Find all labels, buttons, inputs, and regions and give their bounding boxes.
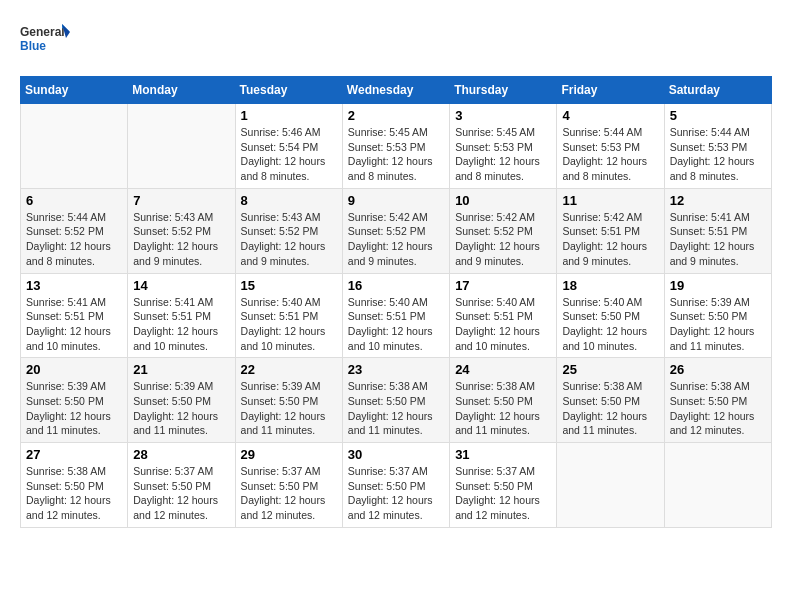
sunset-label: Sunset: 5:50 PM bbox=[241, 480, 319, 492]
day-number: 14 bbox=[133, 278, 229, 293]
calendar-cell: 14 Sunrise: 5:41 AM Sunset: 5:51 PM Dayl… bbox=[128, 273, 235, 358]
sunrise-label: Sunrise: 5:40 AM bbox=[455, 296, 535, 308]
daylight-label: Daylight: 12 hours and 12 minutes. bbox=[670, 410, 755, 437]
calendar-cell: 20 Sunrise: 5:39 AM Sunset: 5:50 PM Dayl… bbox=[21, 358, 128, 443]
day-number: 18 bbox=[562, 278, 658, 293]
sunrise-label: Sunrise: 5:39 AM bbox=[133, 380, 213, 392]
svg-text:Blue: Blue bbox=[20, 39, 46, 53]
daylight-label: Daylight: 12 hours and 9 minutes. bbox=[133, 240, 218, 267]
sunrise-label: Sunrise: 5:42 AM bbox=[562, 211, 642, 223]
day-number: 8 bbox=[241, 193, 337, 208]
sunset-label: Sunset: 5:50 PM bbox=[455, 395, 533, 407]
daylight-label: Daylight: 12 hours and 8 minutes. bbox=[562, 155, 647, 182]
calendar-cell: 27 Sunrise: 5:38 AM Sunset: 5:50 PM Dayl… bbox=[21, 443, 128, 528]
weekday-header: Sunday bbox=[21, 77, 128, 104]
calendar-cell: 7 Sunrise: 5:43 AM Sunset: 5:52 PM Dayli… bbox=[128, 188, 235, 273]
sunrise-label: Sunrise: 5:38 AM bbox=[26, 465, 106, 477]
day-info: Sunrise: 5:37 AM Sunset: 5:50 PM Dayligh… bbox=[133, 464, 229, 523]
svg-text:General: General bbox=[20, 25, 65, 39]
calendar-week-row: 27 Sunrise: 5:38 AM Sunset: 5:50 PM Dayl… bbox=[21, 443, 772, 528]
sunset-label: Sunset: 5:50 PM bbox=[241, 395, 319, 407]
daylight-label: Daylight: 12 hours and 12 minutes. bbox=[455, 494, 540, 521]
day-number: 21 bbox=[133, 362, 229, 377]
logo: General Blue bbox=[20, 20, 70, 60]
daylight-label: Daylight: 12 hours and 11 minutes. bbox=[455, 410, 540, 437]
sunset-label: Sunset: 5:53 PM bbox=[348, 141, 426, 153]
calendar-cell: 18 Sunrise: 5:40 AM Sunset: 5:50 PM Dayl… bbox=[557, 273, 664, 358]
daylight-label: Daylight: 12 hours and 9 minutes. bbox=[455, 240, 540, 267]
weekday-header: Thursday bbox=[450, 77, 557, 104]
day-info: Sunrise: 5:39 AM Sunset: 5:50 PM Dayligh… bbox=[26, 379, 122, 438]
sunrise-label: Sunrise: 5:44 AM bbox=[26, 211, 106, 223]
sunrise-label: Sunrise: 5:43 AM bbox=[241, 211, 321, 223]
weekday-header: Monday bbox=[128, 77, 235, 104]
sunset-label: Sunset: 5:50 PM bbox=[562, 395, 640, 407]
weekday-header: Wednesday bbox=[342, 77, 449, 104]
day-info: Sunrise: 5:37 AM Sunset: 5:50 PM Dayligh… bbox=[348, 464, 444, 523]
sunrise-label: Sunrise: 5:45 AM bbox=[348, 126, 428, 138]
day-number: 2 bbox=[348, 108, 444, 123]
day-number: 6 bbox=[26, 193, 122, 208]
day-number: 20 bbox=[26, 362, 122, 377]
daylight-label: Daylight: 12 hours and 12 minutes. bbox=[133, 494, 218, 521]
sunrise-label: Sunrise: 5:44 AM bbox=[670, 126, 750, 138]
day-info: Sunrise: 5:38 AM Sunset: 5:50 PM Dayligh… bbox=[455, 379, 551, 438]
calendar-cell: 4 Sunrise: 5:44 AM Sunset: 5:53 PM Dayli… bbox=[557, 104, 664, 189]
calendar-cell: 1 Sunrise: 5:46 AM Sunset: 5:54 PM Dayli… bbox=[235, 104, 342, 189]
day-info: Sunrise: 5:40 AM Sunset: 5:51 PM Dayligh… bbox=[455, 295, 551, 354]
day-info: Sunrise: 5:44 AM Sunset: 5:52 PM Dayligh… bbox=[26, 210, 122, 269]
sunrise-label: Sunrise: 5:37 AM bbox=[133, 465, 213, 477]
daylight-label: Daylight: 12 hours and 11 minutes. bbox=[562, 410, 647, 437]
day-info: Sunrise: 5:39 AM Sunset: 5:50 PM Dayligh… bbox=[133, 379, 229, 438]
day-info: Sunrise: 5:45 AM Sunset: 5:53 PM Dayligh… bbox=[455, 125, 551, 184]
sunrise-label: Sunrise: 5:41 AM bbox=[26, 296, 106, 308]
day-number: 28 bbox=[133, 447, 229, 462]
daylight-label: Daylight: 12 hours and 10 minutes. bbox=[241, 325, 326, 352]
sunset-label: Sunset: 5:50 PM bbox=[670, 395, 748, 407]
daylight-label: Daylight: 12 hours and 11 minutes. bbox=[241, 410, 326, 437]
day-number: 9 bbox=[348, 193, 444, 208]
sunrise-label: Sunrise: 5:37 AM bbox=[241, 465, 321, 477]
day-number: 4 bbox=[562, 108, 658, 123]
daylight-label: Daylight: 12 hours and 9 minutes. bbox=[562, 240, 647, 267]
weekday-header: Saturday bbox=[664, 77, 771, 104]
sunset-label: Sunset: 5:50 PM bbox=[26, 480, 104, 492]
sunset-label: Sunset: 5:51 PM bbox=[26, 310, 104, 322]
calendar-cell: 31 Sunrise: 5:37 AM Sunset: 5:50 PM Dayl… bbox=[450, 443, 557, 528]
daylight-label: Daylight: 12 hours and 12 minutes. bbox=[348, 494, 433, 521]
calendar-cell: 19 Sunrise: 5:39 AM Sunset: 5:50 PM Dayl… bbox=[664, 273, 771, 358]
calendar-cell: 15 Sunrise: 5:40 AM Sunset: 5:51 PM Dayl… bbox=[235, 273, 342, 358]
sunrise-label: Sunrise: 5:42 AM bbox=[455, 211, 535, 223]
day-info: Sunrise: 5:42 AM Sunset: 5:52 PM Dayligh… bbox=[455, 210, 551, 269]
day-number: 1 bbox=[241, 108, 337, 123]
calendar-cell: 5 Sunrise: 5:44 AM Sunset: 5:53 PM Dayli… bbox=[664, 104, 771, 189]
sunset-label: Sunset: 5:50 PM bbox=[26, 395, 104, 407]
sunset-label: Sunset: 5:52 PM bbox=[455, 225, 533, 237]
daylight-label: Daylight: 12 hours and 12 minutes. bbox=[241, 494, 326, 521]
sunset-label: Sunset: 5:50 PM bbox=[455, 480, 533, 492]
day-number: 19 bbox=[670, 278, 766, 293]
day-info: Sunrise: 5:39 AM Sunset: 5:50 PM Dayligh… bbox=[241, 379, 337, 438]
daylight-label: Daylight: 12 hours and 11 minutes. bbox=[348, 410, 433, 437]
day-info: Sunrise: 5:41 AM Sunset: 5:51 PM Dayligh… bbox=[26, 295, 122, 354]
sunset-label: Sunset: 5:51 PM bbox=[455, 310, 533, 322]
sunrise-label: Sunrise: 5:40 AM bbox=[348, 296, 428, 308]
sunset-label: Sunset: 5:52 PM bbox=[26, 225, 104, 237]
daylight-label: Daylight: 12 hours and 8 minutes. bbox=[670, 155, 755, 182]
calendar-cell: 22 Sunrise: 5:39 AM Sunset: 5:50 PM Dayl… bbox=[235, 358, 342, 443]
day-number: 5 bbox=[670, 108, 766, 123]
sunset-label: Sunset: 5:51 PM bbox=[133, 310, 211, 322]
sunset-label: Sunset: 5:54 PM bbox=[241, 141, 319, 153]
daylight-label: Daylight: 12 hours and 9 minutes. bbox=[670, 240, 755, 267]
calendar-cell: 6 Sunrise: 5:44 AM Sunset: 5:52 PM Dayli… bbox=[21, 188, 128, 273]
daylight-label: Daylight: 12 hours and 8 minutes. bbox=[26, 240, 111, 267]
calendar-cell: 24 Sunrise: 5:38 AM Sunset: 5:50 PM Dayl… bbox=[450, 358, 557, 443]
day-info: Sunrise: 5:44 AM Sunset: 5:53 PM Dayligh… bbox=[562, 125, 658, 184]
sunrise-label: Sunrise: 5:37 AM bbox=[348, 465, 428, 477]
sunset-label: Sunset: 5:50 PM bbox=[670, 310, 748, 322]
day-number: 27 bbox=[26, 447, 122, 462]
sunset-label: Sunset: 5:51 PM bbox=[670, 225, 748, 237]
sunset-label: Sunset: 5:50 PM bbox=[133, 395, 211, 407]
day-info: Sunrise: 5:41 AM Sunset: 5:51 PM Dayligh… bbox=[670, 210, 766, 269]
day-info: Sunrise: 5:45 AM Sunset: 5:53 PM Dayligh… bbox=[348, 125, 444, 184]
